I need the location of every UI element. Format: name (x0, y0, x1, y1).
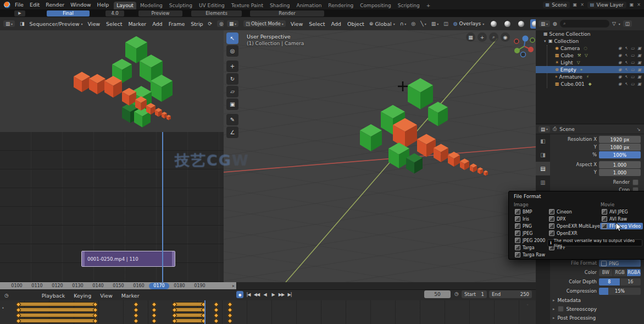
outliner-row[interactable]: ☀ Light ▽ ◉↖▭▣ (536, 59, 644, 66)
outliner-search[interactable]: ⌕ (560, 20, 609, 28)
timeline-menu-item[interactable]: Playback (42, 293, 65, 299)
render-disable-icon[interactable]: ▣ (637, 74, 641, 79)
format-menu-item[interactable]: JPEG 2000 (513, 237, 547, 244)
resolution-x-field[interactable]: 1920 px (599, 136, 641, 143)
format-menu-item[interactable]: DPX (547, 216, 603, 222)
selectable-icon[interactable]: ↖ (625, 81, 628, 86)
viewport-disable-icon[interactable]: ▭ (631, 74, 635, 79)
frame-label[interactable]: 0130 (68, 283, 88, 289)
keyframe-bar[interactable] (18, 302, 96, 306)
properties-tab[interactable]: ◧ (536, 134, 550, 148)
scale-tool[interactable]: ▱ (226, 86, 238, 97)
properties-tab[interactable]: ▥ (536, 175, 550, 189)
viewport-disable-icon[interactable]: ▭ (631, 81, 635, 86)
properties-editor-type-button[interactable]: ▤▾ (538, 126, 550, 133)
menu-item[interactable]: Help (97, 2, 109, 8)
select-box-tool[interactable]: ↖ (226, 32, 238, 44)
keyframe-diamond[interactable] (214, 318, 219, 324)
proportional-falloff-group[interactable]: ╲▾ (420, 21, 426, 26)
cursor-tool[interactable]: ◎ (226, 45, 238, 57)
frame-label[interactable]: 0170 (149, 283, 169, 289)
timeline-tracks[interactable]: • ◦ (0, 300, 536, 324)
sequencer-menu-item[interactable]: View (88, 21, 101, 27)
selectable-icon[interactable]: ↖ (625, 46, 628, 51)
panel-checkbox[interactable] (558, 306, 564, 312)
transform-tool[interactable]: ▣ (226, 98, 238, 110)
timeline-menu-item[interactable]: Keying (74, 293, 91, 299)
workspace-tab[interactable]: Layout (114, 2, 136, 9)
custom-tab[interactable]: Preview (138, 10, 182, 17)
outliner-options-button[interactable]: ◫ (623, 20, 632, 27)
color-depth-option[interactable]: 16 (620, 278, 641, 285)
rotate-tool[interactable]: ↻ (226, 73, 238, 85)
keyframe-diamond[interactable] (227, 307, 233, 313)
frame-label[interactable]: 0150 (108, 283, 129, 289)
color-depth-option[interactable]: 8 (599, 278, 620, 285)
viewport-menu-item[interactable]: Object (347, 21, 364, 27)
keyframe-bar[interactable] (174, 313, 204, 317)
properties-tab[interactable]: ▤ (536, 162, 550, 175)
remove-view-layer-icon[interactable]: × (637, 2, 641, 7)
keyframe-channel[interactable] (0, 313, 536, 317)
sequencer-menu-item[interactable]: Add (152, 21, 162, 27)
keyframe-diamond[interactable] (152, 302, 157, 307)
playblast-icon[interactable]: ▶ (14, 10, 25, 17)
mode-dropdown[interactable]: ◳Object Mode▾ (243, 20, 286, 27)
new-scene-icon[interactable]: ▣ (573, 2, 578, 7)
refresh-icon[interactable]: ⟳ (208, 21, 213, 26)
current-frame-field[interactable]: 50 (424, 290, 451, 298)
play-button[interactable]: ▶ (270, 292, 276, 297)
viewport-editor-type-button[interactable]: ▦▾ (227, 20, 238, 27)
timeline-menu-item[interactable]: Marker (121, 293, 140, 299)
compression-slider[interactable]: 15% (599, 288, 641, 295)
filter-funnel-icon[interactable]: ▽ (612, 21, 616, 26)
frame-label[interactable]: 0160 (129, 283, 149, 289)
jump-end-button[interactable]: ▶| (286, 292, 293, 297)
workspace-tab[interactable]: Sculpting (166, 2, 195, 9)
format-menu-item[interactable]: JPEG (513, 230, 547, 237)
render-disable-icon[interactable]: ▣ (637, 60, 641, 65)
render-disable-icon[interactable]: ▣ (637, 67, 641, 72)
measure-tool[interactable]: ∠ (226, 127, 238, 138)
workspace-tab[interactable]: Animation (293, 2, 324, 9)
color-mode-option[interactable]: RGB (613, 269, 628, 276)
snapping-group[interactable]: ∩▾ (400, 21, 407, 26)
proportional-editing-icon[interactable]: ◎ (411, 21, 415, 26)
camera-view-gizmo-icon[interactable]: ◉ (501, 32, 510, 42)
sequencer-timeline[interactable]: 0001-0250.mp4 | 110 (0, 132, 224, 282)
hide-eye-icon[interactable]: ◉ (618, 81, 622, 86)
workspace-tab[interactable]: Modeling (137, 2, 165, 9)
filter-dropdown-icon[interactable]: ▾ (619, 22, 620, 26)
frame-label[interactable]: 0110 (27, 283, 47, 289)
zoom-view-gizmo-icon[interactable]: ⌕ (489, 32, 498, 42)
hide-eye-icon[interactable]: ◉ (618, 67, 622, 72)
format-menu-item[interactable]: AVI JPEG (600, 208, 643, 215)
workspace-tab[interactable]: Texture Paint (229, 2, 266, 9)
outliner-row[interactable]: ▩ Cube.001 ◆ ◉↖▭▣ (536, 80, 644, 87)
hide-eye-icon[interactable]: ◉ (618, 46, 622, 51)
format-menu-item[interactable]: PNG (513, 223, 547, 229)
prev-keyframe-button[interactable]: ◀◀ (253, 292, 260, 297)
custom-tab[interactable]: Render (250, 10, 324, 17)
custom-tab[interactable]: 4.0 (106, 10, 124, 17)
aspect-y-field[interactable]: 1.000 (599, 169, 641, 176)
format-menu-item[interactable]: AVI Raw (600, 216, 643, 222)
custom-tab[interactable]: Elements (191, 10, 242, 17)
render-disable-icon[interactable]: ▣ (637, 81, 641, 86)
keyframe-diamond[interactable] (134, 313, 139, 318)
selectable-icon[interactable]: ↖ (625, 67, 628, 72)
outliner-row[interactable]: ⌖ Armature ⚡ ◉↖▭▣ (536, 73, 644, 80)
workspace-tab[interactable]: UV Editing (196, 2, 227, 9)
keyframe-bar[interactable] (18, 313, 96, 317)
viewport-menu-item[interactable]: Add (331, 21, 341, 27)
outliner-editor-type-button[interactable]: ▥▾ (538, 20, 550, 27)
frame-label[interactable]: 0180 (169, 283, 190, 289)
unlink-scene-icon[interactable]: × (580, 2, 584, 7)
timeline-playhead[interactable] (204, 300, 206, 324)
outliner-display-mode-icon[interactable]: ◍ (553, 21, 557, 26)
selectable-icon[interactable]: ↖ (625, 74, 628, 79)
resolution-pct-field[interactable]: 100% (599, 151, 641, 158)
xray-toggle-icon[interactable]: ◫ (443, 21, 448, 26)
autokey-button[interactable]: ● (236, 291, 243, 298)
play-reverse-button[interactable]: ◀ (262, 292, 268, 297)
